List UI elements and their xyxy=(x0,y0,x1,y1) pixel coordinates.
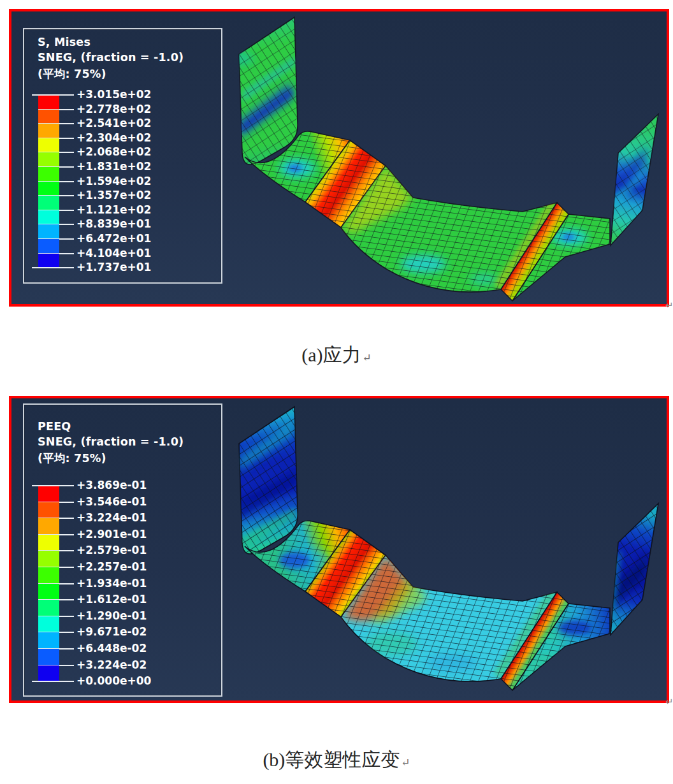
legend-value: +2.257e-01 xyxy=(76,560,147,573)
legend-tick xyxy=(59,181,74,182)
legend-color-swatch xyxy=(38,567,59,584)
legend-tick xyxy=(59,195,74,196)
legend-value: +3.869e-01 xyxy=(76,479,147,491)
legend-color-swatch xyxy=(38,138,59,153)
legend-tick xyxy=(59,152,74,153)
legend-color-swatch xyxy=(38,485,59,502)
legend-color-swatch xyxy=(38,550,59,567)
legend-value: +3.224e-01 xyxy=(76,511,147,524)
legend-title: PEEQ xyxy=(38,420,71,433)
legend-tick xyxy=(59,123,74,124)
legend-tick xyxy=(59,109,74,110)
legend-value: +1.934e-01 xyxy=(76,577,147,590)
legend-color-swatch xyxy=(38,632,59,649)
legend-tick xyxy=(59,599,74,600)
legend-color-swatch xyxy=(38,109,59,124)
legend-tick xyxy=(59,210,74,211)
legend-color-swatch xyxy=(38,599,59,616)
legend-tick xyxy=(32,94,74,96)
legend-tick xyxy=(59,518,74,519)
legend-color-swatch xyxy=(38,518,59,535)
legend-color-swatch xyxy=(38,583,59,600)
legend-color-swatch xyxy=(38,152,59,167)
legend-tick xyxy=(59,583,74,584)
legend-tick xyxy=(59,632,74,633)
legend-value: +1.594e+02 xyxy=(76,175,151,187)
legend-value: +2.541e+02 xyxy=(76,117,151,129)
legend-color-swatch xyxy=(38,181,59,196)
legend-color-swatch xyxy=(38,224,59,239)
legend-value: +2.579e-01 xyxy=(76,544,147,556)
figure-b-caption-text: (b)等效塑性应变 xyxy=(263,749,400,770)
legend-color-swatch xyxy=(38,166,59,182)
legend-value: +4.104e+01 xyxy=(76,247,151,259)
legend-tick xyxy=(59,648,74,650)
legend-color-swatch xyxy=(38,195,59,210)
paragraph-mark: ↵ xyxy=(665,300,673,311)
legend-subtitle: SNEG, (fraction = -1.0) xyxy=(38,51,184,64)
legend-averaging-label: (平均: 75%) xyxy=(38,66,106,82)
legend-value: +3.015e+02 xyxy=(76,88,151,101)
legend-tick xyxy=(59,665,74,666)
legend-value: +1.831e+02 xyxy=(76,160,151,173)
legend-tick xyxy=(59,238,74,240)
legend-color-swatch xyxy=(38,253,59,268)
legend-value: +0.000e+00 xyxy=(76,674,151,687)
legend-scale: +3.015e+02+2.778e+02+2.541e+02+2.304e+02… xyxy=(38,94,204,268)
legend-value: +2.778e+02 xyxy=(76,103,151,115)
legend-color-swatch xyxy=(38,648,59,665)
legend-subtitle: SNEG, (fraction = -1.0) xyxy=(38,435,184,448)
legend-box: PEEQ SNEG, (fraction = -1.0) (平均: 75%) +… xyxy=(23,403,222,697)
legend-title: S, Mises xyxy=(38,36,90,48)
legend-scale: +3.869e-01+3.546e-01+3.224e-01+2.901e-01… xyxy=(38,485,204,681)
legend-tick xyxy=(32,485,74,486)
legend-color-swatch xyxy=(38,502,59,519)
paragraph-mark: ↵ xyxy=(665,696,673,708)
figure-a-stress-image[interactable]: S, Mises SNEG, (fraction = -1.0) (平均: 75… xyxy=(9,9,669,307)
legend-tick xyxy=(59,550,74,551)
legend-value: +1.121e+02 xyxy=(76,203,151,216)
legend-tick xyxy=(59,138,74,139)
legend-color-swatch xyxy=(38,123,59,138)
legend-tick xyxy=(59,534,74,535)
legend-value: +6.448e-02 xyxy=(76,642,147,655)
paragraph-mark: ↵ xyxy=(363,352,372,364)
legend-value: +2.068e+02 xyxy=(76,145,151,158)
figure-a-caption-text: (a)应力 xyxy=(301,344,361,365)
legend-value: +2.304e+02 xyxy=(76,131,151,144)
paragraph-mark: ↵ xyxy=(401,757,410,769)
legend-color-swatch xyxy=(38,616,59,633)
legend-tick xyxy=(59,166,74,168)
legend-tick xyxy=(59,616,74,617)
legend-tick xyxy=(59,567,74,568)
legend-value: +3.224e-02 xyxy=(76,658,147,671)
document-page: S, Mises SNEG, (fraction = -1.0) (平均: 75… xyxy=(0,0,673,784)
legend-tick xyxy=(59,253,74,254)
figure-b-peeq-image[interactable]: PEEQ SNEG, (fraction = -1.0) (平均: 75%) +… xyxy=(9,396,669,703)
legend-tick xyxy=(59,502,74,503)
legend-value: +1.612e-01 xyxy=(76,593,147,606)
legend-color-swatch xyxy=(38,665,59,682)
legend-tick xyxy=(32,681,74,682)
legend-tick xyxy=(32,267,74,268)
legend-color-swatch xyxy=(38,238,59,254)
legend-value: +9.671e-02 xyxy=(76,625,147,638)
figure-b-caption: (b)等效塑性应变↵ xyxy=(0,749,673,774)
legend-value: +2.901e-01 xyxy=(76,528,147,541)
legend-value: +3.546e-01 xyxy=(76,495,147,508)
legend-value: +8.839e+01 xyxy=(76,217,151,230)
figure-a-caption: (a)应力↵ xyxy=(0,344,673,369)
legend-value: +1.737e+01 xyxy=(76,261,151,273)
legend-averaging-label: (平均: 75%) xyxy=(38,451,106,466)
legend-color-swatch xyxy=(38,534,59,551)
legend-color-swatch xyxy=(38,210,59,225)
legend-value: +1.357e+02 xyxy=(76,189,151,201)
legend-color-swatch xyxy=(38,94,59,110)
legend-box: S, Mises SNEG, (fraction = -1.0) (平均: 75… xyxy=(23,28,222,284)
legend-value: +1.290e-01 xyxy=(76,609,147,622)
legend-value: +6.472e+01 xyxy=(76,232,151,245)
legend-tick xyxy=(59,224,74,225)
